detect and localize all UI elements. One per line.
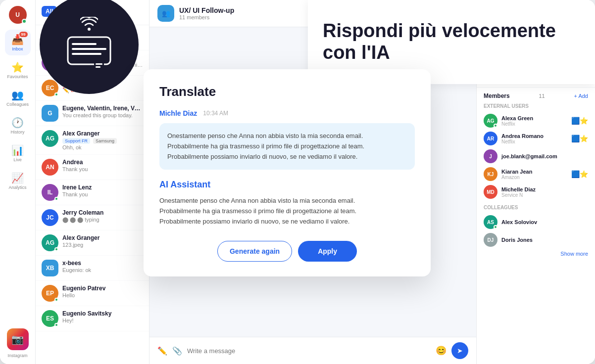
avatar: MD	[484, 185, 497, 199]
member-sub: Netflix	[501, 139, 567, 144]
colleagues-label: Colleagues	[484, 205, 588, 210]
svg-rect-3	[72, 53, 101, 55]
group-avatar: 👥	[157, 5, 174, 22]
live-label: Live	[13, 157, 22, 162]
member-name: Michelle Diaz	[501, 186, 588, 192]
avatar: KJ	[484, 167, 497, 181]
translate-sender-time: 10:34 AM	[203, 110, 228, 117]
add-member-button[interactable]: + Add	[574, 93, 588, 99]
sidebar-item-inbox[interactable]: 📥 Inbox 99	[5, 30, 31, 55]
list-item[interactable]: G Eugene, Valentin, Irene, Vasyly, E... …	[36, 101, 149, 126]
member-name: Doris Jones	[501, 237, 588, 243]
chat-name: Eugene, Valentin, Irene, Vasyly, E...	[62, 105, 143, 112]
list-item[interactable]: AG Alex Granger 123.jpeg	[36, 230, 149, 256]
history-label: History	[10, 130, 24, 135]
list-item[interactable]: AG Alex Granger Support FR Samsung Ohh, …	[36, 126, 149, 155]
member-info: Alex Soloviov	[501, 219, 588, 225]
chat-preview-text: Ohh, ok	[62, 144, 143, 150]
show-more-button[interactable]: Show more	[484, 249, 588, 259]
members-header: Members 11 + Add	[484, 92, 588, 99]
members-title: Members	[484, 92, 510, 99]
external-users-label: External users	[484, 103, 588, 109]
translate-modal-title: Translate	[159, 84, 415, 99]
generate-again-button[interactable]: Generate again	[217, 241, 292, 262]
svg-rect-5	[96, 63, 102, 65]
list-item[interactable]: JC Jerry Coleman ⬤ ⬤ ⬤ typing	[36, 205, 149, 230]
wifi-icon	[80, 17, 98, 34]
avatar: JC	[42, 209, 58, 226]
chat-info: x-bees Eugenio: ok	[62, 260, 143, 273]
member-name: Kiaran Jean	[501, 169, 567, 175]
translate-modal: Translate Michle Diaz 10:34 AM Onestamen…	[144, 69, 431, 276]
avatar: XB	[42, 260, 58, 276]
member-info: Kiaran Jean Amazon	[501, 169, 567, 180]
user-avatar[interactable]: U	[9, 6, 27, 24]
avatar: AS	[484, 215, 497, 229]
chat-info: Jerry Coleman ⬤ ⬤ ⬤ typing	[62, 209, 143, 223]
member-badge: 🟦⭐	[571, 117, 588, 125]
chat-preview: 123.jpeg	[62, 242, 143, 248]
sidebar-item-history[interactable]: 🕐 History	[5, 113, 31, 138]
member-name: Alexa Green	[501, 115, 567, 121]
member-item: MD Michelle Diaz Service N	[484, 183, 588, 201]
member-item: AS Alex Soloviov	[484, 213, 588, 231]
chat-preview: Eugenio: ok	[62, 267, 143, 273]
list-item[interactable]: ES Eugenio Savitsky Hey!	[36, 306, 149, 331]
chat-name: Alex Granger	[62, 234, 143, 241]
avatar: EC	[42, 80, 58, 96]
message-icon	[67, 36, 111, 73]
ai-assistant-label: AI Assistant	[159, 180, 415, 190]
chat-name: Eugenio Patrev	[62, 285, 143, 292]
chat-name: Irene Lenz	[62, 184, 143, 191]
list-item[interactable]: EP Eugenio Patrev Hello	[36, 281, 149, 306]
chat-name: Andrea	[62, 159, 143, 166]
member-badge: 🟦⭐	[571, 135, 588, 142]
chat-preview: Hey!	[62, 318, 143, 323]
analytics-icon: 📈	[11, 172, 24, 184]
sidebar-item-colleagues[interactable]: 👥 Colleagues	[5, 85, 31, 111]
avatar: J	[484, 149, 497, 163]
avatar: DJ	[484, 233, 497, 247]
chat-name: x-bees	[62, 260, 143, 267]
sidebar-item-instagram[interactable]: 📷	[7, 328, 29, 350]
chat-preview: Thank you	[62, 166, 143, 172]
instagram-label: Instagram	[7, 353, 27, 358]
svg-rect-0	[68, 37, 110, 64]
chat-info: Andrea Thank you	[62, 159, 143, 172]
chat-preview: Support FR Samsung	[62, 137, 143, 144]
chat-preview: Thank you	[62, 191, 143, 197]
attachment-icon: 📎	[172, 346, 182, 356]
apply-button[interactable]: Apply	[298, 241, 357, 262]
sidebar-item-favourites[interactable]: ⭐ Favourites	[5, 57, 31, 83]
inbox-badge: 99	[19, 32, 28, 37]
list-item[interactable]: IL Irene Lenz Thank you	[36, 180, 149, 205]
sidebar-item-live[interactable]: 📊 Live	[5, 140, 31, 166]
avatar: AG	[42, 234, 58, 251]
svg-rect-1	[72, 43, 97, 45]
avatar: EP	[42, 285, 58, 302]
member-info: Doris Jones	[501, 237, 588, 243]
translate-sender-name: Michle Diaz	[159, 109, 197, 117]
list-item[interactable]: XB x-bees Eugenio: ok	[36, 256, 149, 281]
history-icon: 🕐	[11, 117, 24, 129]
sidebar-item-analytics[interactable]: 📈 Analytics	[5, 168, 31, 194]
sidebar-nav: U 📥 Inbox 99 ⭐ Favourites 👥 Colleagues 🕐…	[0, 0, 36, 364]
members-section: Members 11 + Add External users AG Alexa…	[477, 88, 595, 264]
svg-rect-2	[72, 48, 106, 50]
member-info: Michelle Diaz Service N	[501, 186, 588, 198]
member-name: Alex Soloviov	[501, 219, 588, 225]
send-button[interactable]: ➤	[451, 342, 468, 359]
member-item: DJ Doris Jones	[484, 231, 588, 249]
live-icon: 📊	[11, 144, 24, 156]
member-item: AR Andrea Romano Netflix 🟦⭐	[484, 130, 588, 147]
emoji-icon[interactable]: 😊	[436, 345, 446, 356]
message-input[interactable]	[187, 347, 431, 355]
colleagues-icon: 👥	[11, 89, 24, 101]
avatar: ES	[42, 310, 58, 327]
chat-name: Jerry Coleman	[62, 209, 143, 216]
chat-name: Alex Granger	[62, 130, 143, 137]
chat-input-bar: ✏️ 📎 😊 ➤	[149, 337, 476, 364]
marketing-title: Rispondi più velocemente con l'IA	[323, 20, 580, 63]
list-item[interactable]: AN Andrea Thank you	[36, 155, 149, 180]
ai-text: Onestamente penso che Anna non abbia vis…	[159, 196, 415, 227]
